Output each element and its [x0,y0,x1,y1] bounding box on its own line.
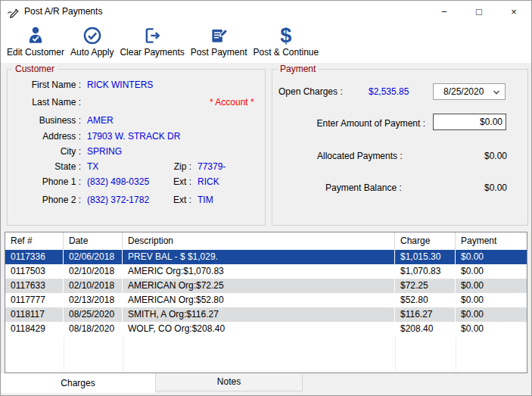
ext1-label: Ext : [163,176,191,187]
customer-group-title: Customer [12,64,58,74]
tab-charges[interactable]: Charges [1,373,155,393]
edit-customer-button[interactable]: Edit Customer [4,22,67,58]
ext1-value: RICK [198,176,219,187]
description-cell: WOLF, CO Org:$208.40 [123,322,395,336]
charge-cell: $52.80 [395,293,456,307]
payment-cell: $0.00 [456,293,527,307]
payment-group-title: Payment [277,64,319,74]
description-cell: AMERICAN Org:$72.25 [123,279,395,293]
exit-arrow-icon [142,25,162,46]
window-controls: − □ × [427,1,531,22]
date-cell: 08/25/2020 [64,307,123,322]
column-header-payment[interactable]: Payment [456,232,527,250]
table-row[interactable]: 0117777 02/13/2018 AMERICAN Org:$52.80 $… [5,293,527,307]
description-cell: AMERIC Org:$1,070.83 [123,264,395,279]
post-ar-payments-window: Post A/R Payments − □ × Edit Customer [0,0,532,396]
date-cell: 02/06/2018 [64,250,123,264]
first-name-label: First Name : [11,80,81,90]
state-label: State : [11,161,81,172]
column-header-ref[interactable]: Ref # [5,232,64,250]
phone2-value: (832) 372-1782 [87,195,149,205]
chevron-down-icon [493,89,500,96]
address-label: Address : [11,131,81,142]
table-row[interactable]: 0118117 08/25/2020 SMITH, A Org:$116.27 … [5,307,527,322]
column-header-date[interactable]: Date [64,232,123,250]
payment-cell: $0.00 [456,279,527,293]
maximize-button[interactable]: □ [462,1,496,22]
column-header-description[interactable]: Description [123,232,395,250]
payment-cell: $0.00 [456,307,527,322]
zip-value: 77379- [198,161,226,172]
table-body: 0117336 02/06/2018 PREV BAL - $ $1,029. … [5,250,527,336]
phone1-label: Phone 1 : [11,176,81,187]
ref-cell: 0118117 [5,307,64,322]
column-header-charge[interactable]: Charge [395,232,456,250]
charge-cell: $1,070.83 [395,264,456,279]
payment-balance-value: $0.00 [446,182,507,193]
state-value: TX [87,161,98,172]
payment-date-value: 8/25/2020 [443,86,484,97]
charge-cell: $116.27 [395,307,456,322]
table-row[interactable]: 0117633 02/10/2018 AMERICAN Org:$72.25 $… [5,279,527,293]
zip-label: Zip : [163,161,191,172]
table-row[interactable]: 0118429 08/18/2020 WOLF, CO Org:$208.40 … [5,322,527,336]
ref-cell: 0117633 [5,279,64,293]
ref-cell: 0118429 [5,322,64,336]
clear-payments-button[interactable]: Clear Payments [117,22,187,58]
allocated-payments-value: $0.00 [446,151,507,161]
post-payment-button[interactable]: Post Payment [188,22,250,58]
date-cell: 02/10/2018 [64,279,123,293]
open-charges-label: Open Charges : [278,86,343,97]
table-header: Ref # Date Description Charge Payment [5,232,527,250]
toolbar: Edit Customer Auto Apply Clear Payments [1,22,531,63]
phone1-value: (832) 498-0325 [87,176,149,187]
charge-cell: $1,015.30 [395,250,456,264]
first-name-value: RICK WINTERS [87,80,153,90]
circle-check-icon [82,25,102,46]
tool-label: Post & Continue [253,47,319,58]
business-value: AMER [87,115,114,126]
charges-table: Ref # Date Description Charge Payment 01… [5,232,527,373]
payment-cell: $0.00 [456,322,527,336]
description-cell: PREV BAL - $ $1,029. [123,250,395,264]
phone2-label: Phone 2 : [11,195,81,205]
charge-cell: $72.25 [395,279,456,293]
titlebar: Post A/R Payments − □ × [1,1,531,22]
charge-cell: $208.40 [395,322,456,336]
payment-cell: $0.00 [456,264,527,279]
window-title: Post A/R Payments [24,6,102,17]
ext2-value: TIM [198,195,213,205]
payment-groupbox: Payment Open Charges : $2,535.85 8/25/20… [272,69,528,226]
close-button[interactable]: × [496,1,531,22]
allocated-payments-label: Allocated Payments : [317,151,403,161]
enter-amount-label: Enter Amount of Payment : [295,118,425,129]
description-cell: AMERICAN Org:$52.80 [123,293,395,307]
address-value: 17903 W. STRACK DR [87,131,180,142]
payment-amount-input[interactable] [433,114,506,130]
payment-date-select[interactable]: 8/25/2020 [433,83,506,100]
app-icon [7,5,20,18]
tab-notes[interactable]: Notes [155,373,303,391]
ext2-label: Ext : [163,195,191,205]
open-charges-value: $2,535.85 [369,86,409,97]
dollar-icon: $ [280,25,291,46]
payment-balance-label: Payment Balance : [325,182,402,193]
person-check-icon [26,25,45,46]
main-area: Customer First Name : RICK WINTERS Last … [1,63,531,395]
post-and-continue-button[interactable]: $ Post & Continue [250,22,322,58]
account-flag: * Account * [210,97,254,108]
minimize-button[interactable]: − [427,1,462,22]
table-row[interactable]: 0117336 02/06/2018 PREV BAL - $ $1,029. … [5,250,527,264]
auto-apply-button[interactable]: Auto Apply [67,22,117,58]
ref-cell: 0117503 [5,264,64,279]
ref-cell: 0117777 [5,293,64,307]
business-label: Business : [11,115,81,126]
date-cell: 08/18/2020 [64,322,123,336]
tool-label: Auto Apply [70,47,114,58]
document-pencil-icon [209,25,229,46]
table-row[interactable]: 0117503 02/10/2018 AMERIC Org:$1,070.83 … [5,264,527,279]
last-name-label: Last Name : [11,97,81,108]
city-value: SPRING [87,146,122,157]
tool-label: Edit Customer [7,47,64,58]
description-cell: SMITH, A Org:$116.27 [123,307,395,322]
